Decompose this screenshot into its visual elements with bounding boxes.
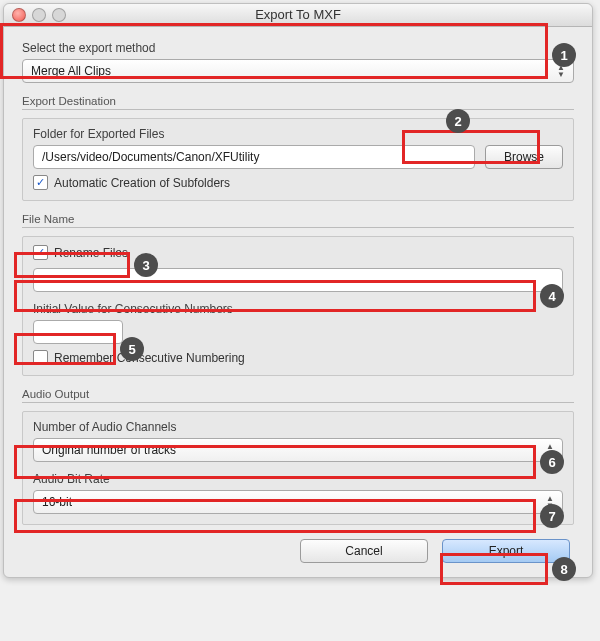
browse-button[interactable]: Browse: [485, 145, 563, 169]
initial-value-label: Initial Value for Consecutive Numbers: [33, 302, 563, 316]
remember-numbering-row[interactable]: Remember Consecutive Numbering: [33, 350, 563, 365]
initial-value-input[interactable]: [33, 320, 123, 344]
zoom-icon[interactable]: [52, 8, 66, 22]
close-icon[interactable]: [12, 8, 26, 22]
titlebar: Export To MXF: [4, 4, 592, 27]
export-destination-section: Export Destination Folder for Exported F…: [22, 95, 574, 201]
folder-path-input[interactable]: /Users/video/Documents/Canon/XFUtility: [33, 145, 475, 169]
audio-channels-label: Number of Audio Channels: [33, 420, 563, 434]
chevron-updown-icon: ▲▼: [553, 62, 569, 80]
filename-section: File Name ✓ Rename Files Initial Value f…: [22, 213, 574, 376]
dialog-content: Select the export method Merge All Clips…: [4, 27, 592, 577]
auto-subfolders-label: Automatic Creation of Subfolders: [54, 176, 230, 190]
chevron-updown-icon: ▲▼: [542, 441, 558, 459]
rename-files-checkbox[interactable]: ✓: [33, 245, 48, 260]
audio-bitrate-select[interactable]: 16-bit ▲▼: [33, 490, 563, 514]
window-controls: [12, 8, 66, 22]
audio-bitrate-value: 16-bit: [42, 495, 72, 509]
window-title: Export To MXF: [255, 7, 341, 22]
separator: [22, 227, 574, 228]
separator: [22, 402, 574, 403]
folder-label: Folder for Exported Files: [33, 127, 563, 141]
auto-subfolders-row[interactable]: ✓ Automatic Creation of Subfolders: [33, 175, 563, 190]
rename-files-row[interactable]: ✓ Rename Files: [33, 245, 563, 260]
audio-channels-select[interactable]: Original number of tracks ▲▼: [33, 438, 563, 462]
remember-numbering-label: Remember Consecutive Numbering: [54, 351, 245, 365]
chevron-updown-icon: ▲▼: [542, 493, 558, 511]
audio-channels-value: Original number of tracks: [42, 443, 176, 457]
cancel-button[interactable]: Cancel: [300, 539, 428, 563]
export-method-select[interactable]: Merge All Clips ▲▼: [22, 59, 574, 83]
audio-output-legend: Audio Output: [22, 388, 574, 400]
folder-path-value: /Users/video/Documents/Canon/XFUtility: [42, 150, 259, 164]
audio-bitrate-label: Audio Bit Rate: [33, 472, 563, 486]
filename-fieldset: ✓ Rename Files Initial Value for Consecu…: [22, 236, 574, 376]
audio-output-fieldset: Number of Audio Channels Original number…: [22, 411, 574, 525]
export-button[interactable]: Export: [442, 539, 570, 563]
audio-output-section: Audio Output Number of Audio Channels Or…: [22, 388, 574, 525]
separator: [22, 109, 574, 110]
export-window: Export To MXF Select the export method M…: [3, 3, 593, 578]
minimize-icon[interactable]: [32, 8, 46, 22]
auto-subfolders-checkbox[interactable]: ✓: [33, 175, 48, 190]
remember-numbering-checkbox[interactable]: [33, 350, 48, 365]
filename-legend: File Name: [22, 213, 574, 225]
export-destination-fieldset: Folder for Exported Files /Users/video/D…: [22, 118, 574, 201]
footer-buttons: Cancel Export: [22, 539, 574, 563]
export-method-label: Select the export method: [22, 41, 574, 55]
export-destination-legend: Export Destination: [22, 95, 574, 107]
rename-files-label: Rename Files: [54, 246, 128, 260]
export-method-value: Merge All Clips: [31, 64, 111, 78]
filename-input[interactable]: [33, 268, 563, 292]
